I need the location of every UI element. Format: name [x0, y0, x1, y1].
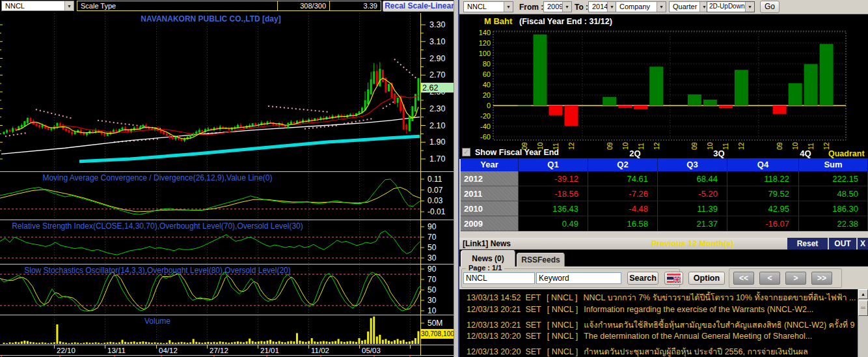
svg-text:120: 120 [479, 39, 491, 47]
svg-text:100: 100 [479, 50, 491, 57]
chevron-down-icon[interactable]: ▼ [562, 2, 571, 12]
view-combobox[interactable]: Company▼ [616, 1, 666, 12]
out-button[interactable]: OUT [829, 238, 856, 250]
quarter-value-cell: 136.43 [519, 201, 588, 216]
news-item[interactable]: 12/03/13 20:21SET[ NNCL ]Information reg… [459, 303, 868, 317]
table-header-cell[interactable]: Q4 [727, 158, 799, 171]
svg-text:0.11: 0.11 [427, 175, 442, 184]
quarter-value-cell: -39.12 [519, 171, 588, 186]
table-header-cell[interactable]: Year [461, 158, 519, 171]
table-header-cell[interactable]: Q3 [658, 158, 727, 171]
svg-text:30: 30 [427, 253, 437, 263]
keyword-input[interactable]: Keyword [536, 272, 621, 284]
table-row[interactable]: 2010136.43-4.4811.3942.95186.30 [461, 201, 868, 216]
nav-next-button[interactable]: > [785, 272, 806, 285]
period-combobox[interactable]: Quarter▼ [669, 1, 709, 12]
chart-toolbar: NNCL ▼ Scale Type 308/300 3.39 Recal Sca… [0, 0, 459, 12]
news-scrollbar[interactable]: ▲ [858, 289, 868, 357]
panel-divider[interactable] [454, 0, 458, 357]
option-button[interactable]: Option [688, 272, 725, 285]
svg-text:1.90: 1.90 [429, 137, 445, 147]
svg-text:2.62: 2.62 [422, 83, 438, 93]
chevron-down-icon[interactable]: ▼ [504, 2, 513, 12]
svg-text:3.10: 3.10 [429, 37, 445, 46]
svg-text:140: 140 [479, 29, 491, 36]
svg-text:2.70: 2.70 [429, 70, 445, 79]
close-button[interactable]: X [858, 238, 868, 250]
language-flag-button[interactable] [664, 272, 683, 285]
table-row[interactable]: 20090.4916.5821.37-16.0722.38 [461, 216, 868, 231]
news-titlebar: [Link1] News Previous 12 Month(s) Reset … [459, 238, 868, 250]
panel-divider-line [458, 0, 459, 357]
quarter-value-cell: 118.22 [727, 171, 799, 186]
nav-first-button[interactable]: << [733, 272, 754, 285]
news-range-label: Previous 12 Month(s) [651, 239, 733, 248]
nav-last-button[interactable]: >> [811, 272, 832, 285]
svg-text:0.03: 0.03 [427, 196, 443, 205]
quarter-value-cell: 21.37 [658, 216, 727, 231]
quarter-value-cell: -5.20 [658, 186, 727, 201]
quarter-value-cell: -7.26 [588, 186, 658, 201]
checkbox-icon[interactable]: ✓ [462, 148, 470, 156]
chevron-down-icon[interactable]: ▼ [64, 1, 74, 10]
quarter-value-cell: 222.15 [799, 171, 868, 186]
symbol-combobox[interactable]: NNCL ▼ [1, 1, 74, 11]
table-row[interactable]: 2011-18.56-7.26-5.2079.5248.50 [461, 186, 868, 201]
go-button[interactable]: Go [760, 1, 780, 13]
search-button[interactable]: Search [627, 272, 658, 285]
svg-text:-60: -60 [480, 133, 491, 141]
news-item[interactable]: 12/03/13 20:20SET[ NNCL ]กำหนดวันประชุมส… [459, 343, 868, 357]
svg-text:40: 40 [483, 81, 491, 89]
quarter-value-cell: 42.95 [727, 201, 799, 216]
svg-text:0: 0 [487, 102, 491, 109]
news-controls: Page : 1/1 NNCL Keyword Search [459, 266, 868, 289]
svg-text:20: 20 [483, 91, 491, 99]
svg-text:12: 12 [653, 142, 660, 150]
show-fiscal-toggle[interactable]: ✓ Show Fiscal Year End [462, 147, 559, 158]
nav-prev-button[interactable]: < [759, 272, 780, 285]
chevron-down-icon[interactable]: ▼ [657, 2, 666, 12]
news-item[interactable]: 12/03/13 20:20SET[ NNCL ]The determinati… [459, 330, 868, 343]
scale-value-box: 3.39 [329, 1, 381, 11]
tab-rssfeeds[interactable]: RSSFeeds [517, 253, 565, 266]
scroll-up-icon[interactable]: ▲ [858, 289, 868, 299]
table-header-cell[interactable]: Q1 [519, 158, 588, 171]
table-header-cell[interactable]: Sum [799, 158, 868, 171]
svg-text:NAVANAKORN PUBLIC CO.,LTD [day: NAVANAKORN PUBLIC CO.,LTD [day] [141, 14, 280, 23]
quarter-value-cell: 0.49 [519, 216, 588, 231]
quarter-value-cell: -18.56 [519, 186, 588, 201]
table-header-cell[interactable]: Q2 [588, 158, 658, 171]
svg-text:10: 10 [621, 142, 629, 150]
news-item[interactable]: 13/03/13 14:52EFT[ NNCL ]NNCL บวกกว่า 7%… [459, 289, 868, 303]
thai-uk-flag-icon [667, 274, 681, 283]
svg-text:21/01: 21/01 [260, 347, 279, 354]
svg-text:0.07: 0.07 [427, 186, 443, 195]
scale-type-box[interactable]: Scale Type [77, 1, 278, 11]
chevron-down-icon[interactable]: ▼ [607, 2, 616, 12]
news-title-buttons: Reset OUT X [787, 238, 868, 250]
svg-text:50: 50 [427, 243, 437, 252]
table-row[interactable]: 2012-39.1274.6168.44118.22222.15 [461, 171, 868, 186]
news-list: 13/03/13 14:52EFT[ NNCL ]NNCL บวกกว่า 7%… [459, 289, 868, 357]
from-year-combobox[interactable]: 2009▼ [543, 1, 572, 12]
scroll-thumb[interactable] [858, 300, 868, 316]
recal-scale-button[interactable]: Recal Scale-Linear [383, 1, 456, 12]
symbol-input[interactable]: NNCL [463, 272, 535, 284]
reset-button[interactable]: Reset [787, 238, 828, 250]
chevron-down-icon[interactable]: ▼ [745, 2, 754, 12]
svg-text:30,708,100: 30,708,100 [421, 330, 454, 337]
svg-text:Relative Strength Index(CLOSE,: Relative Strength Index(CLOSE,14,30,70),… [12, 221, 303, 231]
news-item[interactable]: 12/03/13 20:21SET[ NNCL ]แจ้งกำหนดวันใช้… [459, 317, 868, 330]
svg-text:70: 70 [427, 275, 437, 284]
quarter-value-cell: 79.52 [727, 186, 799, 201]
to-label: To : [575, 3, 588, 12]
to-year-combobox[interactable]: 2014▼ [588, 1, 617, 12]
quarterly-table: YearQ1Q2Q3Q4Sum2012-39.1274.6168.44118.2… [461, 158, 868, 231]
symbol-value: NNCL [2, 1, 64, 10]
svg-text:05/03: 05/03 [362, 347, 381, 354]
svg-text:11/02: 11/02 [311, 347, 329, 354]
symbol-combobox-right[interactable]: NNCL▼ [463, 1, 513, 12]
mode-combobox[interactable]: 2D-UpDown▼ [707, 1, 755, 12]
svg-text:13/11: 13/11 [107, 347, 126, 354]
svg-text:60: 60 [483, 70, 491, 78]
